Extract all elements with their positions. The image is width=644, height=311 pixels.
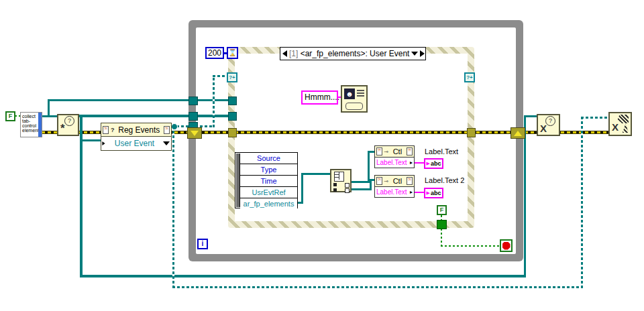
dropdown-arrow-icon[interactable] (163, 141, 170, 145)
hourglass-icon: ⌛ (228, 49, 236, 56)
event-struct-tunnel-error-in[interactable] (228, 128, 237, 137)
stop-sign-icon (502, 242, 511, 250)
event-struct-tunnel-user-event[interactable] (228, 112, 237, 121)
wire-junction (171, 123, 178, 130)
create-user-event-node[interactable]: ? * (57, 114, 79, 136)
event-data-field-usrevtref[interactable]: UsrEvtRef (240, 187, 297, 198)
event-reg-refnum-wire (581, 117, 583, 288)
event-data-node[interactable]: Source Type Time UsrEvtRef ar_fp_element… (235, 152, 298, 208)
input-arrow-icon (102, 141, 105, 145)
user-event-refnum-wire (81, 139, 101, 141)
destroy-user-event-node[interactable]: ? X (537, 114, 560, 136)
event-data-field-source[interactable]: Source (240, 153, 297, 164)
refs-array-wire (48, 100, 50, 117)
reg-events-source-row[interactable]: User Event (101, 137, 172, 151)
property-node-2[interactable]: ?! ⊸ Ctl ?! Label.Text ▸ (374, 175, 415, 198)
event-struct-tunnel-refs[interactable] (228, 97, 237, 105)
stop-false-constant[interactable]: F (437, 205, 447, 215)
user-event-icon: ? (545, 116, 555, 126)
error-in-icon: ?! (103, 126, 109, 134)
case-dropdown-arrow-icon[interactable] (411, 52, 418, 56)
destroy-x-icon: X (540, 124, 547, 133)
ctl-ref-wire-2 (370, 179, 374, 181)
dialog-face-icon: ☻ (344, 88, 355, 99)
unregister-x-icon: X (612, 123, 619, 132)
stop-bool-wire (441, 245, 501, 247)
loop-iteration-terminal[interactable]: i (197, 239, 208, 249)
plug-icon: ⊸ (384, 149, 388, 155)
reg-events-title: Reg Events (117, 125, 162, 135)
loop-tunnel-refs[interactable] (189, 97, 198, 105)
loop-tunnel-user-event[interactable] (189, 112, 198, 121)
event-case-name: <ar_fp_elements>: User Event (298, 49, 409, 58)
dynamic-event-terminal-right[interactable]: ?+ (464, 72, 475, 82)
user-event-refnum-wire (524, 115, 526, 277)
one-button-dialog-node[interactable]: ☻ (341, 85, 368, 113)
element-output-icon (345, 183, 350, 188)
ar-fp-elements-wire (301, 173, 330, 175)
string-type-icon: abc (431, 160, 441, 167)
prev-case-arrow-icon[interactable] (282, 50, 287, 57)
collect-elements-subvi[interactable]: collect tab- control elements (20, 112, 42, 137)
indicator-arrow-icon: ▶ (427, 161, 430, 166)
refs-array-wire (48, 99, 231, 101)
indicator-arrow-icon: ▶ (427, 190, 430, 196)
timeout-constant[interactable]: 200 (205, 47, 224, 59)
dialog-text-lines-icon (357, 95, 364, 97)
event-reg-refnum-wire (172, 286, 583, 288)
user-event-refnum-wire (80, 275, 526, 277)
plug-icon: ⊸ (384, 178, 388, 184)
event-case-selector[interactable]: [1] <ar_fp_elements>: User Event (280, 47, 426, 60)
string-indicator-1[interactable]: ▶ abc (424, 158, 443, 169)
property-node-1[interactable]: ?! ⊸ Ctl ?! Label.Text ▸ (374, 145, 415, 168)
error-out-icon: ?! (407, 147, 413, 156)
error-in-icon: ?! (376, 177, 382, 185)
index-array-node[interactable] (330, 169, 352, 192)
property-row-label-text[interactable]: Label.Text ▸ (375, 187, 414, 197)
dialog-text-lines-icon (357, 92, 364, 94)
dynamic-event-terminal-left[interactable]: ?+ (227, 72, 237, 82)
index-input-icon (333, 183, 337, 186)
user-event-refnum-wire (524, 115, 538, 117)
register-for-events-node[interactable]: ?! ? Reg Events ?! User Event (101, 123, 172, 151)
property-row-label-text[interactable]: Label.Text ▸ (375, 158, 414, 168)
event-reg-refnum-wire (581, 117, 610, 119)
event-data-field-type[interactable]: Type (240, 164, 297, 176)
unregister-events-node[interactable]: X (608, 112, 632, 136)
error-out-icon: ?! (164, 126, 170, 134)
false-constant[interactable]: F (5, 111, 15, 121)
event-struct-tunnel-error-out[interactable] (467, 128, 476, 137)
timeout-terminal[interactable]: ⌛ (227, 47, 238, 59)
user-event-icon: ? (64, 116, 74, 126)
shift-register-right[interactable] (511, 127, 525, 139)
create-burst-icon: * (60, 122, 65, 135)
property-node-class: Ctl (390, 177, 405, 185)
event-struct-tunnel-stop[interactable] (437, 220, 447, 229)
dialog-message-constant[interactable]: Hmmm.... (301, 90, 338, 105)
ar-fp-elements-wire (301, 173, 303, 204)
shift-register-up-icon (514, 131, 522, 136)
ctl-ref-wire-2 (351, 188, 372, 190)
string-wire (414, 192, 425, 193)
index-input-icon (333, 188, 337, 192)
property-name: Label.Text (376, 188, 407, 196)
reg-events-selected-event: User Event (106, 139, 163, 148)
string-type-icon: abc (431, 190, 441, 196)
ctl-ref-wire-1 (368, 151, 370, 183)
iteration-label: i (202, 240, 204, 247)
subvi-blue-strip (38, 113, 42, 137)
event-registration-icon (623, 124, 629, 133)
event-reg-refnum-wire (172, 125, 174, 288)
shift-register-left[interactable] (187, 127, 202, 139)
string-indicator-2[interactable]: ▶ abc (424, 188, 443, 198)
property-name: Label.Text (376, 159, 407, 166)
error-in-icon: ?! (376, 147, 382, 156)
labview-block-diagram: F collect tab- control elements ? * ?! ?… (0, 0, 644, 311)
next-case-arrow-icon[interactable] (420, 50, 425, 57)
event-data-node-spine (236, 153, 240, 207)
event-data-field-ar-fp-elements[interactable]: ar_fp_elements (240, 198, 297, 209)
stop-bool-wire (441, 228, 442, 247)
event-registration-icon (618, 115, 629, 123)
event-data-field-time[interactable]: Time (240, 176, 297, 187)
loop-condition-terminal[interactable] (500, 239, 513, 252)
